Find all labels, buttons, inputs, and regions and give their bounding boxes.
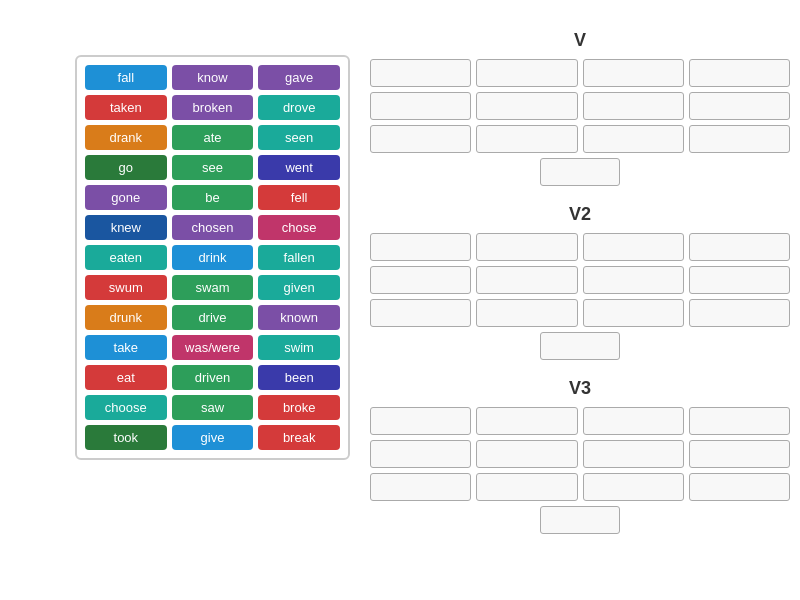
drop-cell[interactable] xyxy=(370,125,471,153)
word-chip-eaten[interactable]: eaten xyxy=(85,245,167,270)
word-chip-broke[interactable]: broke xyxy=(258,395,340,420)
word-chip-swum[interactable]: swum xyxy=(85,275,167,300)
section-v: V xyxy=(370,30,790,186)
word-chip-been[interactable]: been xyxy=(258,365,340,390)
word-chip-broken[interactable]: broken xyxy=(172,95,254,120)
word-chip-gone[interactable]: gone xyxy=(85,185,167,210)
drop-cell[interactable] xyxy=(370,473,471,501)
drop-row xyxy=(370,440,790,468)
word-chip-eat[interactable]: eat xyxy=(85,365,167,390)
word-chip-choose[interactable]: choose xyxy=(85,395,167,420)
word-chip-fell[interactable]: fell xyxy=(258,185,340,210)
drop-cell[interactable] xyxy=(583,125,684,153)
drop-row xyxy=(370,125,790,153)
word-chip-drunk[interactable]: drunk xyxy=(85,305,167,330)
drop-cell[interactable] xyxy=(689,473,790,501)
drop-cell[interactable] xyxy=(583,233,684,261)
drop-cell[interactable] xyxy=(689,125,790,153)
drop-cell[interactable] xyxy=(583,299,684,327)
word-chip-take[interactable]: take xyxy=(85,335,167,360)
word-chip-went[interactable]: went xyxy=(258,155,340,180)
word-chip-go[interactable]: go xyxy=(85,155,167,180)
word-chip-be[interactable]: be xyxy=(172,185,254,210)
drop-row xyxy=(370,299,790,327)
drop-cell[interactable] xyxy=(689,407,790,435)
drop-cell[interactable] xyxy=(583,407,684,435)
word-chip-was/were[interactable]: was/were xyxy=(172,335,254,360)
drop-cell[interactable] xyxy=(689,266,790,294)
word-chip-knew[interactable]: knew xyxy=(85,215,167,240)
word-chip-see[interactable]: see xyxy=(172,155,254,180)
drop-cell-extra[interactable] xyxy=(540,158,620,186)
word-chip-fall[interactable]: fall xyxy=(85,65,167,90)
word-chip-took[interactable]: took xyxy=(85,425,167,450)
drop-row-extra xyxy=(370,506,790,534)
drop-cell[interactable] xyxy=(476,473,577,501)
word-chip-saw[interactable]: saw xyxy=(172,395,254,420)
drop-cell[interactable] xyxy=(476,440,577,468)
drop-cell[interactable] xyxy=(689,59,790,87)
drop-cell[interactable] xyxy=(476,92,577,120)
drop-row xyxy=(370,473,790,501)
drop-cell[interactable] xyxy=(689,233,790,261)
drop-cell[interactable] xyxy=(476,233,577,261)
drop-cell[interactable] xyxy=(370,92,471,120)
word-chip-driven[interactable]: driven xyxy=(172,365,254,390)
drop-row-extra xyxy=(370,158,790,186)
drop-row xyxy=(370,407,790,435)
drop-cell[interactable] xyxy=(476,59,577,87)
sections-container: VV2V3 xyxy=(370,30,790,552)
drop-cell[interactable] xyxy=(370,299,471,327)
word-chip-fallen[interactable]: fallen xyxy=(258,245,340,270)
drop-cell[interactable] xyxy=(370,407,471,435)
word-chip-known[interactable]: known xyxy=(258,305,340,330)
word-chip-ate[interactable]: ate xyxy=(172,125,254,150)
drop-cell[interactable] xyxy=(689,440,790,468)
word-bank: fallknowgavetakenbrokendrovedrankateseen… xyxy=(75,55,350,460)
drop-cell[interactable] xyxy=(583,59,684,87)
drop-cell[interactable] xyxy=(370,440,471,468)
drop-cell[interactable] xyxy=(476,299,577,327)
word-chip-taken[interactable]: taken xyxy=(85,95,167,120)
word-chip-drank[interactable]: drank xyxy=(85,125,167,150)
word-chip-drive[interactable]: drive xyxy=(172,305,254,330)
drop-row xyxy=(370,59,790,87)
drop-cell[interactable] xyxy=(370,233,471,261)
word-chip-drink[interactable]: drink xyxy=(172,245,254,270)
word-chip-drove[interactable]: drove xyxy=(258,95,340,120)
word-chip-chose[interactable]: chose xyxy=(258,215,340,240)
drop-cell[interactable] xyxy=(370,266,471,294)
section-v2: V2 xyxy=(370,204,790,360)
drop-cell[interactable] xyxy=(689,299,790,327)
section-title-v2: V2 xyxy=(370,204,790,225)
drop-row xyxy=(370,233,790,261)
drop-row xyxy=(370,266,790,294)
drop-cell-extra[interactable] xyxy=(540,506,620,534)
word-chip-give[interactable]: give xyxy=(172,425,254,450)
section-title-v: V xyxy=(370,30,790,51)
drop-cell[interactable] xyxy=(583,92,684,120)
drop-cell[interactable] xyxy=(370,59,471,87)
drop-row xyxy=(370,92,790,120)
word-chip-know[interactable]: know xyxy=(172,65,254,90)
word-chip-gave[interactable]: gave xyxy=(258,65,340,90)
drop-row-extra xyxy=(370,332,790,360)
section-v3: V3 xyxy=(370,378,790,534)
word-chip-break[interactable]: break xyxy=(258,425,340,450)
drop-cell[interactable] xyxy=(583,440,684,468)
word-chip-given[interactable]: given xyxy=(258,275,340,300)
drop-cell-extra[interactable] xyxy=(540,332,620,360)
drop-cell[interactable] xyxy=(583,473,684,501)
drop-cell[interactable] xyxy=(476,125,577,153)
word-chip-swam[interactable]: swam xyxy=(172,275,254,300)
word-chip-chosen[interactable]: chosen xyxy=(172,215,254,240)
section-title-v3: V3 xyxy=(370,378,790,399)
drop-cell[interactable] xyxy=(689,92,790,120)
word-chip-swim[interactable]: swim xyxy=(258,335,340,360)
drop-cell[interactable] xyxy=(583,266,684,294)
drop-cell[interactable] xyxy=(476,266,577,294)
word-chip-seen[interactable]: seen xyxy=(258,125,340,150)
drop-cell[interactable] xyxy=(476,407,577,435)
